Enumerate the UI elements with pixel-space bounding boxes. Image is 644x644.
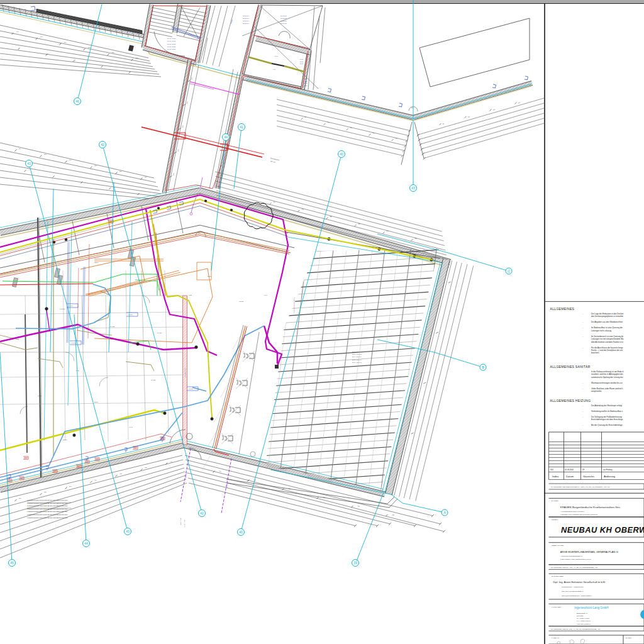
svg-text:DN 50: DN 50	[94, 401, 99, 402]
svg-text:PLANGRUNDLAGE K70_KLU_AF_GR_: PLANGRUNDLAGE K70_KLU_AF_GR_1G_RINGERTSU…	[551, 628, 601, 630]
svg-text:20x35 S02: 20x35 S02	[280, 15, 287, 16]
svg-text:Verbindungsstellen im Bodenauf: Verbindungsstellen im Bodenaufbau s	[591, 410, 623, 413]
svg-text:R 1.0: R 1.0	[264, 294, 268, 296]
svg-text:ausgestattet.: ausgestattet.	[591, 390, 602, 392]
svg-text:Die Anbindung der Heizkörper e: Die Anbindung der Heizkörper erfolgt	[591, 404, 622, 407]
svg-text:Tel +43 316 47 1500: Tel +43 316 47 1500	[577, 618, 590, 619]
svg-text:HK 22: HK 22	[38, 395, 42, 396]
svg-text:43: 43	[27, 162, 31, 165]
svg-text:Warmwasserleitungen werden bis: Warmwasserleitungen werden bis zur	[591, 382, 623, 384]
svg-text:NEUBAU KH OBERW: NEUBAU KH OBERW	[561, 525, 644, 535]
svg-text:-: -	[582, 321, 583, 323]
svg-text:KW 5x28: KW 5x28	[128, 314, 133, 315]
svg-text:HK 11: HK 11	[129, 285, 133, 286]
svg-text:-: -	[582, 410, 583, 413]
svg-text:Jedes Bad bzw. jeder Raum wird: Jedes Bad bzw. jeder Raum wird mit L	[591, 387, 623, 390]
svg-text:44: 44	[84, 541, 88, 545]
svg-text:BAUTEIL: BAUTEIL	[626, 637, 632, 638]
svg-text:In der Kaltwasserleitung ist a: In der Kaltwasserleitung ist am Ende d	[591, 370, 624, 373]
svg-text:Änderung: Änderung	[604, 475, 616, 478]
svg-text:43: 43	[411, 186, 415, 190]
svg-text:20x35 S01: 20x35 S01	[243, 20, 249, 21]
svg-text:PLANVERFASSER: PLANVERFASSER	[552, 575, 564, 577]
svg-text:20 105 / 20x35: 20 105 / 20x35	[167, 46, 176, 47]
svg-text:Fussbodenaufbau OG1 2.5cm Bela: Fussbodenaufbau OG1 2.5cm Belag/6.5cm Es…	[27, 508, 68, 510]
svg-text:V01: V01	[550, 469, 553, 471]
svg-text:8700 Graz: 8700 Graz	[577, 615, 583, 616]
svg-text:WW 28: WW 28	[239, 301, 244, 302]
svg-text:Leitungen nur mit entsprechend: Leitungen nur mit entsprechendem Ma	[591, 338, 624, 340]
svg-text:Index: Index	[552, 475, 559, 478]
svg-text:20/24: 20/24	[304, 78, 308, 79]
svg-text:20x35 S02: 20x35 S02	[280, 23, 287, 24]
svg-text:Datum: Datum	[566, 475, 574, 478]
svg-text:Dipl. Ing. Anton Hofstätter Ge: Dipl. Ing. Anton Hofstätter Gesellschaft…	[553, 580, 606, 584]
svg-text:20 105 / 20x35: 20 105 / 20x35	[167, 38, 176, 39]
svg-text:44: 44	[224, 135, 228, 139]
svg-text:Bauteil Fuge: Bauteil Fuge	[180, 517, 181, 525]
svg-text:-: -	[582, 370, 583, 373]
svg-text:KW 5x28: KW 5x28	[68, 305, 73, 306]
svg-text:A: A	[443, 511, 446, 514]
svg-text:-: -	[582, 404, 583, 407]
svg-text:46: 46	[75, 99, 79, 103]
svg-text:St 25: St 25	[189, 294, 192, 296]
svg-text:39: 39	[353, 561, 357, 565]
svg-text:beachten.: beachten.	[591, 352, 599, 354]
svg-text:42: 42	[200, 511, 204, 515]
svg-text:20/20: 20/20	[300, 63, 304, 64]
svg-text:Die Angaben aus den Wandansich: Die Angaben aus den Wandansichten	[591, 321, 623, 323]
svg-text:dem Architekten und dem Statik: dem Architekten und dem Statiker erst	[591, 341, 623, 343]
svg-text:Bahnhofgasse 41: Bahnhofgasse 41	[577, 613, 588, 614]
svg-text:41: 41	[240, 125, 243, 129]
svg-text:Schnitt Fuge: Schnitt Fuge	[184, 519, 185, 527]
svg-text:R 1.120: R 1.120	[110, 326, 115, 327]
svg-text:ALLGEMEINES: ALLGEMEINES	[550, 307, 575, 311]
svg-text:HK 11: HK 11	[129, 426, 133, 428]
svg-text:20x35 S01: 20x35 S01	[243, 23, 249, 24]
svg-text:40: 40	[239, 530, 243, 534]
svg-text:Leitungen nicht zulässig.: Leitungen nicht zulässig.	[591, 330, 612, 332]
svg-text:Im Deckenbereich ist eine Quer: Im Deckenbereich ist eine Querung de	[591, 335, 624, 338]
svg-text:Fussbodenaufbau OG1 2.5cm Bela: Fussbodenaufbau OG1 2.5cm Belag/6.5cm Es…	[27, 517, 68, 519]
svg-text:20/20: 20/20	[300, 58, 304, 60]
svg-text:Brandwand F90: Brandwand F90	[184, 367, 186, 377]
svg-text:Im Bodenaufbau ist eine Querun: Im Bodenaufbau ist eine Querung der	[591, 326, 623, 329]
svg-text:20/24: 20/24	[304, 80, 308, 82]
svg-text:20 105 / 20x35: 20 105 / 20x35	[167, 48, 176, 50]
svg-text:LAGEPLAN: LAGEPLAN	[552, 637, 559, 638]
svg-text:BWM 4.1500 FN: BWM 4.1500 FN	[352, 351, 362, 352]
svg-text:R 1.116: R 1.116	[157, 332, 162, 333]
svg-text:Gezeichn.: Gezeichn.	[583, 475, 595, 478]
svg-text:42: 42	[101, 143, 104, 147]
svg-text:Die Lage der Einbauten in den: Die Lage der Einbauten in den Decken	[591, 313, 624, 315]
svg-text:Ingenieurbüro Lang GmbH: Ingenieurbüro Lang GmbH	[574, 606, 608, 609]
svg-text:BAUHERR: BAUHERR	[552, 500, 558, 501]
svg-text:Gebäudetechnik - Anlagentechni: Gebäudetechnik - Anlagentechnik	[562, 586, 584, 587]
svg-text:DN 80: DN 80	[208, 275, 212, 277]
svg-text:20/20: 20/20	[300, 61, 304, 62]
svg-text:43: 43	[126, 530, 130, 533]
svg-text:BWM 4.1500 FN: BWM 4.1500 FN	[352, 362, 362, 363]
svg-text:20 105 / 20x35: 20 105 / 20x35	[167, 40, 176, 42]
svg-text:KW/WW: KW/WW	[60, 308, 65, 309]
svg-text:Bei der Querung der Estrichdeh: Bei der Querung der Estrichdehnfuge	[591, 424, 623, 426]
svg-text:FAX +43 316 47107-3: FAX +43 316 47107-3	[577, 620, 591, 621]
svg-text:KRAGES Burgenländische Kranken: KRAGES Burgenländische Krankenanstalten-…	[560, 506, 621, 509]
svg-text:Für die Anschlüsse der bauseit: Für die Anschlüsse der bauseits beige	[591, 347, 623, 349]
svg-text:BWM 4.1500 FN: BWM 4.1500 FN	[352, 356, 362, 357]
svg-text:-: -	[582, 335, 583, 338]
svg-text:Küche....) sind die Detailplän: Küche....) sind die Detailpläne der ent	[591, 349, 623, 352]
svg-text:-: -	[582, 313, 583, 315]
svg-text:DN100: DN100	[63, 439, 67, 440]
svg-text:PLANGRUNDLAGE ILLER/WÖM ED: PLANGRUNDLAGE ILLER/WÖM ED KXX_ELT_IHM_G…	[551, 486, 610, 488]
svg-text:20/24: 20/24	[304, 82, 308, 84]
svg-text:-: -	[582, 326, 583, 329]
svg-text:R 1.118: R 1.118	[151, 379, 156, 380]
svg-text:40: 40	[340, 152, 343, 156]
svg-text:BWM 4.1500 FN: BWM 4.1500 FN	[352, 359, 362, 360]
svg-text:FACHPLANER: FACHPLANER	[552, 606, 561, 608]
svg-text:20x35 S01: 20x35 S01	[243, 18, 249, 19]
svg-text:-: -	[582, 387, 583, 390]
svg-text:HK 21: HK 21	[75, 370, 80, 371]
